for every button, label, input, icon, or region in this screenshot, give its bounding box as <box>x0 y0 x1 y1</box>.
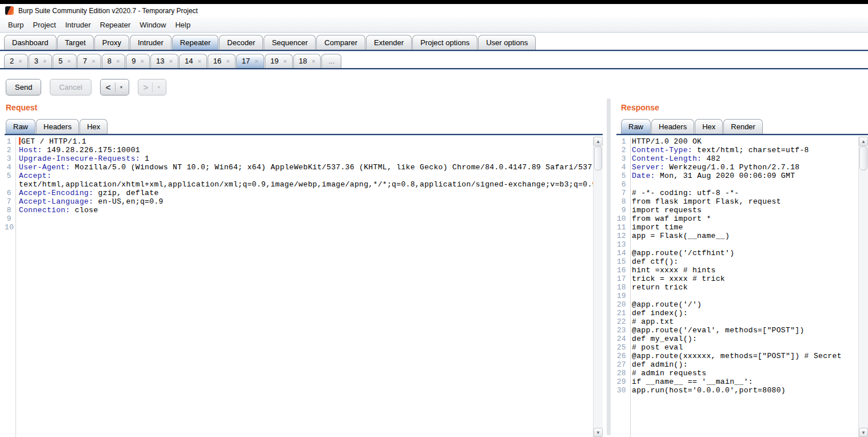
menu-help[interactable]: Help <box>170 18 195 31</box>
request-scrollbar[interactable]: ▲ ▼ <box>593 137 603 437</box>
close-tab-icon[interactable]: × <box>43 58 46 65</box>
menu-project[interactable]: Project <box>28 18 60 31</box>
scroll-down-icon[interactable]: ▼ <box>594 428 603 437</box>
main-tab-dashboard[interactable]: Dashboard <box>4 35 57 50</box>
main-tab-user-options[interactable]: User options <box>478 35 536 50</box>
repeater-tab-19[interactable]: 19× <box>265 54 293 68</box>
menu-burp[interactable]: Burp <box>3 18 28 31</box>
line-number: 2 <box>5 146 14 154</box>
request-editor[interactable]: ▲ ▼ 1GET / HTTP/1.12Host: 149.28.226.175… <box>5 134 603 437</box>
response-subtab-headers[interactable]: Headers <box>651 119 694 134</box>
close-tab-icon[interactable]: × <box>254 58 258 65</box>
code-line: 23@app.route('/eval', methods=["POST"]) <box>616 326 868 335</box>
line-number: 5 <box>616 172 628 180</box>
repeater-tab-9[interactable]: 9× <box>126 54 150 68</box>
main-tab-project-options[interactable]: Project options <box>412 35 477 50</box>
code-line: 25# post eval <box>616 343 868 352</box>
repeater-tab-18[interactable]: 18× <box>293 54 321 68</box>
line-number: 12 <box>616 232 628 240</box>
send-button[interactable]: Send <box>6 79 41 96</box>
code-line: 2Content-Type: text/html; charset=utf-8 <box>616 146 868 154</box>
main-tab-sequencer[interactable]: Sequencer <box>264 35 316 50</box>
code-text: User-Agent: Mozilla/5.0 (Windows NT 10.0… <box>14 163 603 172</box>
response-scrollbar[interactable]: ▲ ▼ <box>858 137 868 437</box>
repeater-tab-8[interactable]: 8× <box>102 54 126 68</box>
code-line: 6 <box>616 180 868 189</box>
window-title: Burp Suite Community Edition v2020.7 - T… <box>18 7 198 15</box>
response-subtab-render[interactable]: Render <box>723 119 763 134</box>
next-request-button[interactable]: > ▼ <box>138 79 167 96</box>
repeater-tab-label: 3 <box>34 54 38 68</box>
main-tab-target[interactable]: Target <box>57 35 94 50</box>
code-line: 4Server: Werkzeug/1.0.1 Python/2.7.18 <box>616 163 868 172</box>
line-number: 19 <box>616 292 628 300</box>
previous-request-button[interactable]: < ▼ <box>100 79 129 96</box>
code-line: 9import requests <box>616 206 868 214</box>
request-subtab-hex[interactable]: Hex <box>79 119 107 134</box>
line-number: 4 <box>616 163 628 172</box>
close-tab-icon[interactable]: × <box>67 58 71 65</box>
main-tab-repeater[interactable]: Repeater <box>172 35 218 50</box>
close-tab-icon[interactable]: × <box>226 58 229 65</box>
panel-splitter[interactable] <box>607 98 611 435</box>
repeater-tab-13[interactable]: 13× <box>150 54 178 68</box>
scroll-down-icon[interactable]: ▼ <box>859 428 868 437</box>
code-line: 28# admin requests <box>616 369 868 378</box>
response-subtab-raw[interactable]: Raw <box>621 119 651 134</box>
main-tab-proxy[interactable]: Proxy <box>94 35 129 50</box>
menu-intruder[interactable]: Intruder <box>61 18 95 31</box>
scrollbar-thumb[interactable] <box>859 146 867 170</box>
button-divider <box>115 82 116 92</box>
close-tab-icon[interactable]: × <box>169 58 173 65</box>
menu-repeater[interactable]: Repeater <box>95 18 135 31</box>
close-tab-icon[interactable]: × <box>312 58 315 65</box>
line-number: 22 <box>616 317 628 326</box>
chevron-down-icon: ▼ <box>157 85 161 89</box>
repeater-tab-3[interactable]: 3× <box>29 54 53 68</box>
code-text <box>14 223 19 232</box>
code-line: 10 <box>5 223 603 232</box>
scrollbar-thumb[interactable] <box>594 146 602 170</box>
repeater-tab-2[interactable]: 2× <box>4 54 28 68</box>
cancel-button-label: Cancel <box>59 83 82 92</box>
line-number: 26 <box>616 352 628 360</box>
request-subtab-headers[interactable]: Headers <box>36 119 79 134</box>
repeater-tab-label: 2 <box>10 54 14 68</box>
close-tab-icon[interactable]: × <box>91 58 95 65</box>
response-subtabs: RawHeadersHexRender <box>621 118 763 134</box>
repeater-tab-label: 14 <box>185 54 193 68</box>
repeater-tab-7[interactable]: 7× <box>77 54 101 68</box>
code-line: 21def index(): <box>616 309 868 317</box>
code-text: Connection: close <box>14 206 98 214</box>
main-tab-decoder[interactable]: Decoder <box>219 35 263 50</box>
response-subtab-hex[interactable]: Hex <box>695 119 723 134</box>
window-top-edge <box>0 0 868 4</box>
chevron-left-icon: < <box>106 82 111 92</box>
code-text: Content-Type: text/html; charset=utf-8 <box>628 146 809 154</box>
menu-window[interactable]: Window <box>135 18 170 31</box>
scroll-up-icon[interactable]: ▲ <box>859 137 868 146</box>
main-tab-extender[interactable]: Extender <box>366 35 412 50</box>
main-tab-intruder[interactable]: Intruder <box>130 35 172 50</box>
code-line: text/html,application/xhtml+xml,applicat… <box>5 180 603 189</box>
code-line: 1GET / HTTP/1.1 <box>5 137 603 146</box>
repeater-tab-overflow[interactable]: ... <box>321 54 341 68</box>
response-editor[interactable]: ▲ ▼ 1HTTP/1.0 200 OK2Content-Type: text/… <box>616 134 868 437</box>
repeater-tab-14[interactable]: 14× <box>179 54 207 68</box>
code-text: # post eval <box>628 343 683 352</box>
scroll-up-icon[interactable]: ▲ <box>594 137 603 146</box>
gutter-divider <box>15 137 16 437</box>
repeater-tab-16[interactable]: 16× <box>208 54 236 68</box>
close-tab-icon[interactable]: × <box>197 58 201 65</box>
close-tab-icon[interactable]: × <box>141 58 144 65</box>
close-tab-icon[interactable]: × <box>116 58 120 65</box>
main-tab-comparer[interactable]: Comparer <box>316 35 365 50</box>
close-tab-icon[interactable]: × <box>18 58 22 65</box>
code-text: Server: Werkzeug/1.0.1 Python/2.7.18 <box>628 163 799 172</box>
close-tab-icon[interactable]: × <box>283 58 286 65</box>
request-subtab-raw[interactable]: Raw <box>6 119 35 134</box>
code-text: @app.route('/eval', methods=["POST"]) <box>628 326 805 335</box>
repeater-tab-17[interactable]: 17× <box>236 54 264 68</box>
cancel-button[interactable]: Cancel <box>50 79 91 96</box>
repeater-tab-5[interactable]: 5× <box>53 54 77 68</box>
